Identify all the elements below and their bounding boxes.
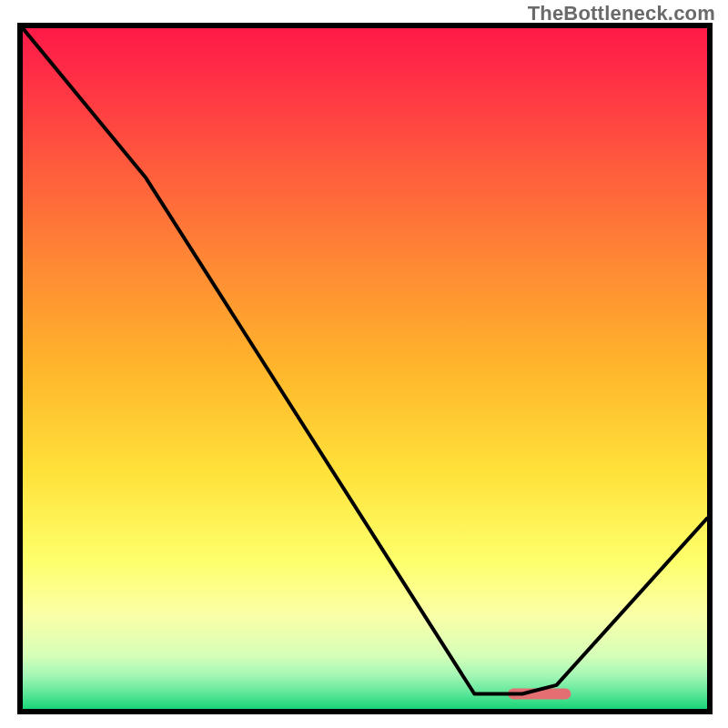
- gradient-background: [23, 28, 707, 709]
- chart-container: TheBottleneck.com: [0, 0, 728, 728]
- plot-area: [20, 25, 710, 712]
- watermark-text: TheBottleneck.com: [528, 2, 715, 25]
- bottleneck-chart: [0, 0, 728, 728]
